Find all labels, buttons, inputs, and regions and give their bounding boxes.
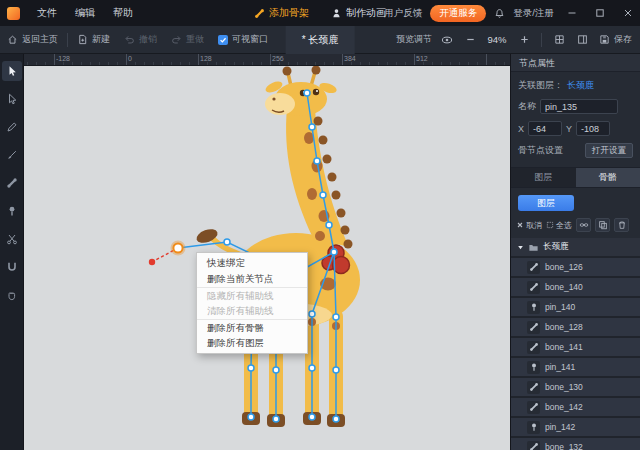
node-name-input[interactable] bbox=[540, 99, 618, 114]
menu-item-quick-bind[interactable]: 快速绑定 bbox=[197, 255, 307, 271]
brush-icon bbox=[6, 149, 18, 161]
upgrade-button[interactable]: 开通服务 bbox=[430, 5, 486, 22]
bone-tool[interactable] bbox=[2, 173, 22, 193]
menu-help[interactable]: 帮助 bbox=[104, 0, 142, 26]
pin-icon bbox=[527, 421, 540, 434]
panel-layout-icon[interactable] bbox=[574, 32, 590, 48]
delete-button[interactable] bbox=[614, 218, 629, 232]
login-link[interactable]: 登录/注册 bbox=[513, 7, 554, 20]
save-label: 保存 bbox=[614, 33, 632, 46]
scissors-icon bbox=[6, 233, 18, 245]
close-button[interactable] bbox=[618, 0, 638, 26]
ruler-tick-label: 0 bbox=[128, 55, 132, 62]
select-tool[interactable] bbox=[2, 61, 22, 81]
menu-item-delete-current-joint[interactable]: 删除当前关节点 bbox=[197, 271, 307, 287]
bind-button[interactable] bbox=[576, 218, 591, 232]
menu-edit[interactable]: 编辑 bbox=[66, 0, 104, 26]
titlebar: 文件 编辑 帮助 添加骨架 制作动画 用户反馈 开通服务 登录/ bbox=[0, 0, 640, 26]
visible-window-toggle[interactable]: 可视窗口 bbox=[211, 33, 275, 46]
panel-tabs: 图层 骨骼 bbox=[511, 167, 640, 188]
bone-list-label: bone_132 bbox=[545, 442, 583, 450]
menu-file[interactable]: 文件 bbox=[28, 0, 66, 26]
zoom-in-button[interactable] bbox=[516, 32, 532, 48]
preview-adjust-button[interactable]: 预览调节 bbox=[396, 33, 432, 46]
deselect-button[interactable]: 取消 bbox=[516, 220, 542, 231]
titlebar-right: 用户反馈 开通服务 登录/注册 bbox=[384, 0, 640, 26]
bone-list-item[interactable]: bone_132 bbox=[511, 438, 640, 450]
feedback-link[interactable]: 用户反馈 bbox=[384, 7, 422, 20]
grid-icon[interactable] bbox=[551, 32, 567, 48]
bone-list-item[interactable]: pin_141 bbox=[511, 358, 640, 376]
layer-button[interactable]: 图层 bbox=[518, 195, 574, 211]
linked-layer-value[interactable]: 长颈鹿 bbox=[567, 79, 594, 92]
x-input[interactable] bbox=[528, 121, 562, 136]
maximize-button[interactable] bbox=[590, 0, 610, 26]
new-button[interactable]: 新建 bbox=[70, 26, 117, 54]
tree-root-item[interactable]: 长颈鹿 bbox=[511, 238, 640, 256]
document-tab[interactable]: * 长颈鹿 bbox=[286, 26, 355, 54]
canvas-workspace[interactable]: 快速绑定 删除当前关节点 隐藏所有辅助线 清除所有辅助线 删除所有骨骼 删除所有… bbox=[24, 66, 510, 450]
minimize-button[interactable] bbox=[562, 0, 582, 26]
direct-select-tool[interactable] bbox=[2, 89, 22, 109]
bone-list-item[interactable]: bone_128 bbox=[511, 318, 640, 336]
pin-tool[interactable] bbox=[2, 201, 22, 221]
bone-icon bbox=[527, 401, 540, 414]
bone-list-item[interactable]: bone_140 bbox=[511, 278, 640, 296]
step-add-skeleton[interactable]: 添加骨架 bbox=[254, 6, 309, 20]
new-file-icon bbox=[77, 34, 88, 45]
redo-button[interactable]: 重做 bbox=[164, 26, 211, 54]
ossicone-knob bbox=[283, 67, 292, 76]
select-all-button[interactable]: 全选 bbox=[546, 220, 572, 231]
ruler-tick-label: -128 bbox=[56, 55, 70, 62]
toolbar: 返回主页 新建 撤销 重做 可视窗口 * 长颈鹿 bbox=[0, 26, 640, 54]
inspector-panel: 节点属性 关联图层： 长颈鹿 名称 X Y 骨节点设置 打开设置 图层 骨骼 图… bbox=[510, 54, 640, 450]
selected-joint[interactable] bbox=[171, 241, 186, 256]
hand-tool[interactable] bbox=[2, 285, 22, 305]
select-all-icon bbox=[546, 221, 554, 229]
checkbox-checked-icon bbox=[218, 35, 228, 45]
notification-bell-icon[interactable] bbox=[494, 8, 505, 19]
menu-item-delete-all-bones[interactable]: 删除所有骨骼 bbox=[197, 319, 307, 335]
undo-button[interactable]: 撤销 bbox=[117, 26, 164, 54]
bone-list-item[interactable]: bone_126 bbox=[511, 258, 640, 276]
menu-item-delete-all-layers[interactable]: 删除所有图层 bbox=[197, 335, 307, 351]
save-button[interactable]: 保存 bbox=[597, 26, 634, 54]
bind-target-dot[interactable] bbox=[149, 259, 155, 265]
bone-icon bbox=[527, 321, 540, 334]
bone-icon bbox=[527, 261, 540, 274]
bone-list-label: bone_140 bbox=[545, 282, 583, 292]
y-input[interactable] bbox=[576, 121, 610, 136]
node-properties-title: 节点属性 bbox=[511, 54, 640, 72]
eye-icon[interactable] bbox=[439, 32, 455, 48]
tool-strip bbox=[0, 54, 24, 450]
pin-icon bbox=[6, 205, 18, 217]
redo-icon bbox=[171, 34, 182, 45]
trash-icon bbox=[617, 220, 627, 230]
pen-tool[interactable] bbox=[2, 117, 22, 137]
cancel-icon bbox=[516, 221, 524, 229]
bone-list-item[interactable]: pin_140 bbox=[511, 298, 640, 316]
open-settings-button[interactable]: 打开设置 bbox=[585, 143, 633, 158]
brush-tool[interactable] bbox=[2, 145, 22, 165]
bone-icon bbox=[527, 441, 540, 450]
home-button[interactable]: 返回主页 bbox=[0, 26, 65, 54]
step-make-animation[interactable]: 制作动画 bbox=[331, 6, 386, 20]
bone-list-item[interactable]: bone_130 bbox=[511, 378, 640, 396]
tree-root-label: 长颈鹿 bbox=[543, 241, 569, 253]
bone-list-item[interactable]: bone_141 bbox=[511, 338, 640, 356]
giraffe-eye bbox=[313, 89, 319, 95]
zoom-out-button[interactable] bbox=[462, 32, 478, 48]
bone-list-label: bone_142 bbox=[545, 402, 583, 412]
new-label: 新建 bbox=[92, 33, 110, 46]
x-label: X bbox=[518, 124, 524, 134]
bone-list-item[interactable]: bone_142 bbox=[511, 398, 640, 416]
y-label: Y bbox=[566, 124, 572, 134]
scissors-tool[interactable] bbox=[2, 229, 22, 249]
toolbar-right: 预览调节 94% 保存 bbox=[396, 26, 640, 54]
separator bbox=[67, 33, 68, 47]
magnet-tool[interactable] bbox=[2, 257, 22, 277]
tab-bones[interactable]: 骨骼 bbox=[576, 168, 640, 187]
tab-layers[interactable]: 图层 bbox=[511, 168, 576, 187]
copy-button[interactable] bbox=[595, 218, 610, 232]
bone-list-item[interactable]: pin_142 bbox=[511, 418, 640, 436]
